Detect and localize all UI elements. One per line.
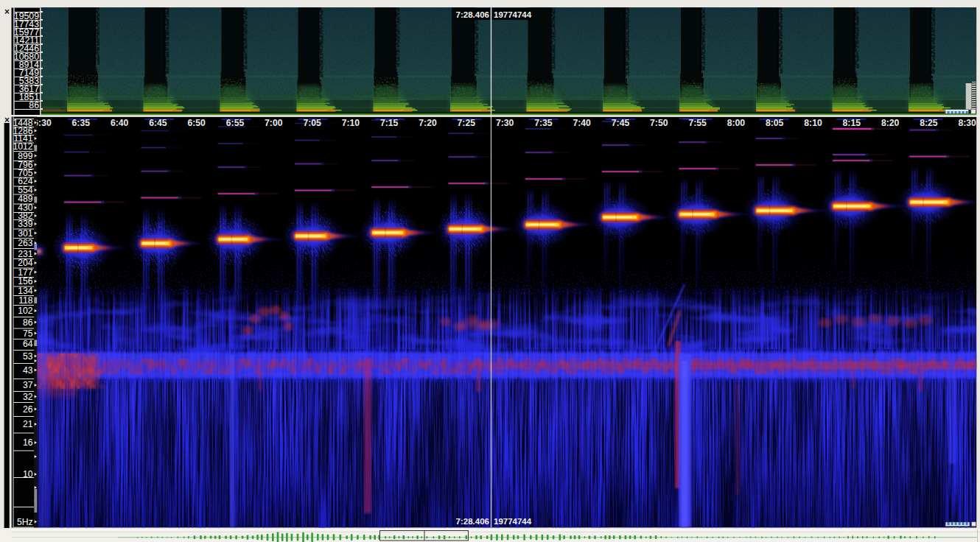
svg-text:6:55: 6:55 [226, 118, 245, 128]
svg-text:102: 102 [18, 306, 33, 316]
svg-text:5Hz: 5Hz [17, 517, 33, 527]
svg-text:8:25: 8:25 [920, 118, 938, 128]
svg-text:8:10: 8:10 [804, 118, 822, 128]
svg-text:7:35: 7:35 [534, 118, 553, 128]
svg-text:7:30: 7:30 [496, 118, 514, 128]
svg-text:7:28.406: 7:28.406 [456, 10, 489, 19]
svg-text:37: 37 [23, 380, 33, 390]
svg-text:6:40: 6:40 [111, 118, 129, 128]
svg-text:7:40: 7:40 [573, 118, 591, 128]
svg-text:134: 134 [18, 286, 33, 296]
svg-text:7:05: 7:05 [303, 118, 321, 128]
svg-text:8:05: 8:05 [766, 118, 784, 128]
svg-text:10: 10 [23, 469, 33, 479]
svg-text:64: 64 [23, 339, 33, 349]
svg-text:26: 26 [23, 404, 33, 415]
svg-text:6:45: 6:45 [149, 118, 167, 128]
svg-text:301: 301 [18, 228, 33, 239]
svg-text:21: 21 [23, 419, 33, 429]
svg-text:7:25: 7:25 [458, 118, 476, 128]
svg-text:8:30: 8:30 [958, 118, 976, 128]
svg-text:16: 16 [23, 437, 33, 448]
svg-text:7:45: 7:45 [612, 118, 630, 128]
svg-text:×: × [4, 7, 10, 17]
svg-text:7:55: 7:55 [688, 118, 707, 128]
svg-text:6:50: 6:50 [187, 118, 206, 128]
svg-text:7:28.406: 7:28.406 [456, 517, 489, 526]
svg-text:263: 263 [18, 238, 33, 248]
svg-text:8:15: 8:15 [843, 118, 861, 128]
svg-text:118: 118 [18, 295, 33, 306]
svg-text:8:00: 8:00 [727, 118, 746, 128]
svg-text:7:00: 7:00 [265, 118, 283, 128]
svg-text:32: 32 [23, 392, 33, 402]
svg-text:7:15: 7:15 [380, 118, 399, 128]
svg-text:6:35: 6:35 [72, 118, 91, 128]
svg-text:86: 86 [23, 317, 33, 328]
svg-text:19774744: 19774744 [494, 10, 532, 19]
svg-text:86: 86 [29, 100, 39, 110]
svg-text:43: 43 [23, 365, 33, 376]
svg-text:75: 75 [23, 328, 33, 339]
svg-text:19774744: 19774744 [494, 517, 532, 526]
svg-text:8:20: 8:20 [881, 118, 900, 128]
svg-text:×: × [4, 115, 10, 125]
svg-text:7:10: 7:10 [342, 118, 360, 128]
svg-text:7:50: 7:50 [650, 118, 668, 128]
svg-text:53: 53 [23, 351, 33, 362]
svg-text:7:20: 7:20 [419, 118, 437, 128]
